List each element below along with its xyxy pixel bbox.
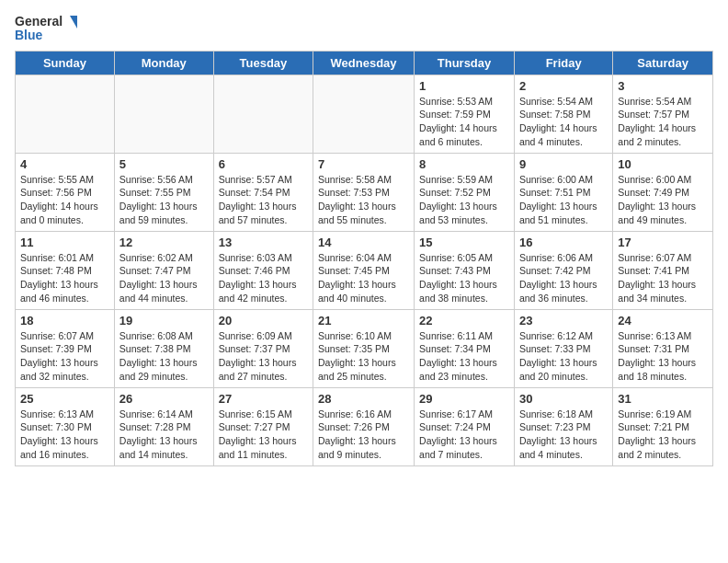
day-info: Sunrise: 5:58 AM Sunset: 7:53 PM Dayligh… <box>318 173 409 227</box>
day-info: Sunrise: 6:12 AM Sunset: 7:33 PM Dayligh… <box>519 329 608 384</box>
sunrise-label: Sunrise: 6:16 AM <box>318 408 392 419</box>
sunset-label: Sunset: 7:48 PM <box>20 265 92 276</box>
calendar-day-cell <box>114 75 213 153</box>
calendar-day-cell: 12 Sunrise: 6:02 AM Sunset: 7:47 PM Dayl… <box>114 231 213 309</box>
sunset-label: Sunset: 7:52 PM <box>419 187 491 198</box>
logo-blue-text: Blue <box>15 29 77 42</box>
daylight-label: Daylight: 13 hours and 2 minutes. <box>618 435 696 460</box>
sunset-label: Sunset: 7:31 PM <box>618 343 689 354</box>
day-number: 24 <box>618 314 708 327</box>
sunrise-label: Sunrise: 6:02 AM <box>119 252 193 263</box>
sunset-label: Sunset: 7:38 PM <box>119 343 191 354</box>
day-number: 29 <box>419 392 509 406</box>
daylight-label: Daylight: 13 hours and 42 minutes. <box>219 279 297 304</box>
daylight-label: Daylight: 13 hours and 25 minutes. <box>318 357 396 382</box>
calendar-day-cell: 22 Sunrise: 6:11 AM Sunset: 7:34 PM Dayl… <box>415 309 515 387</box>
calendar-week-row: 11 Sunrise: 6:01 AM Sunset: 7:48 PM Dayl… <box>16 231 713 309</box>
calendar-day-cell: 7 Sunrise: 5:58 AM Sunset: 7:53 PM Dayli… <box>313 153 415 231</box>
page-header: General Blue <box>15 15 713 43</box>
day-info: Sunrise: 6:13 AM Sunset: 7:31 PM Dayligh… <box>618 329 708 384</box>
sunset-label: Sunset: 7:37 PM <box>219 343 290 354</box>
sunrise-label: Sunrise: 6:09 AM <box>219 330 292 341</box>
sunset-label: Sunset: 7:23 PM <box>519 421 591 432</box>
daylight-label: Daylight: 13 hours and 27 minutes. <box>219 357 297 382</box>
daylight-label: Daylight: 13 hours and 7 minutes. <box>419 435 497 460</box>
day-number: 5 <box>119 157 209 171</box>
day-info: Sunrise: 6:09 AM Sunset: 7:37 PM Dayligh… <box>219 329 308 384</box>
day-info: Sunrise: 6:07 AM Sunset: 7:39 PM Dayligh… <box>20 329 109 384</box>
day-number: 4 <box>20 157 109 171</box>
daylight-label: Daylight: 13 hours and 49 minutes. <box>618 201 696 225</box>
sunset-label: Sunset: 7:45 PM <box>318 265 390 276</box>
sunrise-label: Sunrise: 5:54 AM <box>519 96 593 107</box>
day-info: Sunrise: 5:59 AM Sunset: 7:52 PM Dayligh… <box>419 173 509 227</box>
day-info: Sunrise: 6:18 AM Sunset: 7:23 PM Dayligh… <box>519 408 608 462</box>
calendar-day-cell <box>213 75 313 153</box>
daylight-label: Daylight: 13 hours and 9 minutes. <box>318 435 396 460</box>
day-info: Sunrise: 6:17 AM Sunset: 7:24 PM Dayligh… <box>419 408 509 462</box>
daylight-label: Daylight: 13 hours and 53 minutes. <box>419 201 497 225</box>
day-number: 18 <box>20 314 109 327</box>
day-info: Sunrise: 6:13 AM Sunset: 7:30 PM Dayligh… <box>20 408 109 462</box>
sunrise-label: Sunrise: 5:53 AM <box>419 96 493 107</box>
calendar-day-cell: 10 Sunrise: 6:00 AM Sunset: 7:49 PM Dayl… <box>613 153 713 231</box>
logo-general-text: General <box>15 15 63 29</box>
sunset-label: Sunset: 7:24 PM <box>419 421 491 432</box>
calendar-day-cell <box>16 75 115 153</box>
calendar-week-row: 1 Sunrise: 5:53 AM Sunset: 7:59 PM Dayli… <box>16 75 713 153</box>
daylight-label: Daylight: 13 hours and 23 minutes. <box>419 357 497 382</box>
day-number: 13 <box>219 236 308 249</box>
daylight-label: Daylight: 13 hours and 51 minutes. <box>519 201 597 225</box>
daylight-label: Daylight: 14 hours and 4 minutes. <box>519 122 597 147</box>
day-number: 1 <box>419 79 509 93</box>
sunrise-label: Sunrise: 6:19 AM <box>618 408 691 419</box>
sunrise-label: Sunrise: 6:07 AM <box>20 330 94 341</box>
logo-flag-icon <box>63 16 77 29</box>
logo: General Blue <box>15 15 77 43</box>
day-number: 19 <box>119 314 209 327</box>
sunset-label: Sunset: 7:51 PM <box>519 187 591 198</box>
daylight-label: Daylight: 14 hours and 6 minutes. <box>419 122 497 147</box>
day-info: Sunrise: 6:06 AM Sunset: 7:42 PM Dayligh… <box>519 251 608 305</box>
calendar-day-cell: 28 Sunrise: 6:16 AM Sunset: 7:26 PM Dayl… <box>313 387 415 465</box>
daylight-label: Daylight: 13 hours and 59 minutes. <box>119 201 198 225</box>
weekday-header: Wednesday <box>313 51 415 75</box>
calendar-day-cell: 11 Sunrise: 6:01 AM Sunset: 7:48 PM Dayl… <box>16 231 115 309</box>
sunrise-label: Sunrise: 6:12 AM <box>519 330 593 341</box>
day-number: 6 <box>219 157 308 171</box>
day-number: 2 <box>519 79 608 93</box>
calendar-day-cell: 13 Sunrise: 6:03 AM Sunset: 7:46 PM Dayl… <box>213 231 313 309</box>
sunset-label: Sunset: 7:49 PM <box>618 187 689 198</box>
sunrise-label: Sunrise: 5:54 AM <box>618 96 691 107</box>
sunset-label: Sunset: 7:26 PM <box>318 421 390 432</box>
sunset-label: Sunset: 7:30 PM <box>20 421 92 432</box>
calendar-day-cell: 1 Sunrise: 5:53 AM Sunset: 7:59 PM Dayli… <box>415 75 515 153</box>
sunset-label: Sunset: 7:39 PM <box>20 343 92 354</box>
sunset-label: Sunset: 7:46 PM <box>219 265 290 276</box>
sunrise-label: Sunrise: 5:55 AM <box>20 174 94 185</box>
day-number: 28 <box>318 392 409 406</box>
daylight-label: Daylight: 13 hours and 46 minutes. <box>20 279 98 304</box>
day-info: Sunrise: 6:19 AM Sunset: 7:21 PM Dayligh… <box>618 408 708 462</box>
day-info: Sunrise: 5:54 AM Sunset: 7:58 PM Dayligh… <box>519 95 608 149</box>
calendar-week-row: 4 Sunrise: 5:55 AM Sunset: 7:56 PM Dayli… <box>16 153 713 231</box>
sunset-label: Sunset: 7:47 PM <box>119 265 191 276</box>
calendar-day-cell: 9 Sunrise: 6:00 AM Sunset: 7:51 PM Dayli… <box>514 153 612 231</box>
day-info: Sunrise: 6:15 AM Sunset: 7:27 PM Dayligh… <box>219 408 308 462</box>
day-info: Sunrise: 5:54 AM Sunset: 7:57 PM Dayligh… <box>618 95 708 149</box>
daylight-label: Daylight: 13 hours and 55 minutes. <box>318 201 396 225</box>
sunrise-label: Sunrise: 6:18 AM <box>519 408 593 419</box>
logo-container: General Blue <box>15 15 77 43</box>
daylight-label: Daylight: 13 hours and 57 minutes. <box>219 201 297 225</box>
sunrise-label: Sunrise: 5:56 AM <box>119 174 193 185</box>
day-info: Sunrise: 6:08 AM Sunset: 7:38 PM Dayligh… <box>119 329 209 384</box>
calendar-day-cell: 16 Sunrise: 6:06 AM Sunset: 7:42 PM Dayl… <box>514 231 612 309</box>
calendar-day-cell: 31 Sunrise: 6:19 AM Sunset: 7:21 PM Dayl… <box>613 387 713 465</box>
day-number: 9 <box>519 157 608 171</box>
daylight-label: Daylight: 13 hours and 16 minutes. <box>20 435 98 460</box>
day-number: 26 <box>119 392 209 406</box>
day-number: 11 <box>20 236 109 249</box>
sunrise-label: Sunrise: 6:13 AM <box>618 330 691 341</box>
daylight-label: Daylight: 13 hours and 32 minutes. <box>20 357 98 382</box>
sunrise-label: Sunrise: 6:11 AM <box>419 330 493 341</box>
